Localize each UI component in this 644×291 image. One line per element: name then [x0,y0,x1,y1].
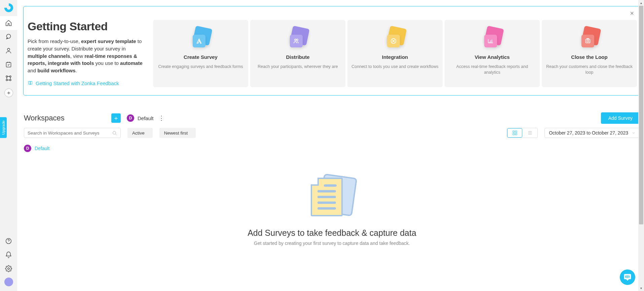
gs-card-create-survey[interactable]: Create Survey Create engaging surveys an… [153,20,248,87]
card-desc: Reach your participants, wherever they a… [254,64,342,70]
add-workspace-button[interactable]: ＋ [111,113,121,123]
list-view-button[interactable] [522,128,537,138]
svg-rect-24 [628,275,628,278]
chat-icon [623,273,632,281]
nav-conversations[interactable] [0,30,17,44]
nav-help[interactable] [0,234,17,248]
workspace-badge: D [24,145,31,152]
svg-point-10 [296,39,298,41]
getting-started-panel: ✕ Getting Started Pick from ready-to-use… [23,6,641,96]
chevron-down-icon [632,131,636,135]
add-survey-button[interactable]: Add Survey [601,112,640,124]
book-icon [28,80,33,86]
getting-started-description: Pick from ready-to-use, expert survey te… [28,38,146,74]
svg-point-1 [7,48,10,51]
gs-card-close-the-loop[interactable]: Close the Loop Reach your customers and … [542,20,637,87]
empty-illustration [309,173,355,220]
nav-workflows[interactable] [0,71,17,85]
card-title: View Analytics [448,54,536,60]
gs-card-view-analytics[interactable]: View Analytics Access real-time feedback… [445,20,540,87]
workspace-item[interactable]: D Default [24,145,49,152]
svg-point-8 [8,268,9,269]
card-icon [482,27,502,47]
empty-state: Add Surveys to take feedback & capture d… [24,173,640,246]
svg-rect-12 [585,39,590,43]
nav-home[interactable] [0,16,17,30]
card-icon [385,27,405,47]
svg-rect-23 [627,275,627,278]
view-toggle [507,128,538,138]
filter-status[interactable]: Active [127,128,153,138]
sidebar-add-button[interactable]: ＋ [4,88,13,97]
gs-card-distribute[interactable]: Distribute Reach your participants, wher… [250,20,345,87]
card-desc: Create engaging surveys and feedback for… [156,64,245,70]
nav-settings[interactable] [0,262,17,276]
svg-rect-18 [515,134,517,135]
search-icon [112,131,117,136]
nav-contacts[interactable] [0,44,17,58]
card-desc: Access real-time feedback reports and an… [448,64,536,75]
svg-rect-16 [515,131,517,133]
getting-started-title: Getting Started [28,20,146,33]
card-desc: Reach your customers and close the feedb… [545,64,634,75]
svg-point-6 [10,79,11,81]
workspaces-section: Workspaces ＋ D Default ⋮ Add Survey Acti… [23,112,641,246]
svg-point-9 [294,39,296,41]
upgrade-tab[interactable]: Upgrade [0,117,7,138]
workspace-name: Default [138,115,154,121]
intercom-launcher[interactable] [620,269,635,285]
main-content: ✕ Getting Started Pick from ready-to-use… [17,0,644,291]
svg-point-14 [113,131,116,134]
card-icon [288,27,308,47]
svg-rect-15 [513,131,515,133]
nav-tasks[interactable] [0,58,17,71]
workspace-menu-icon[interactable]: ⋮ [157,114,166,122]
card-title: Distribute [254,54,342,60]
empty-subtitle: Get started by creating your first surve… [24,241,640,246]
date-range-picker[interactable]: October 27, 2023 to October 27, 2023 [544,128,640,138]
list-icon [527,130,533,136]
workspace-badge: D [127,114,134,122]
nav-notifications[interactable] [0,248,17,262]
workspaces-title: Workspaces [24,114,65,122]
svg-point-5 [6,79,7,81]
svg-rect-17 [513,134,515,135]
card-title: Close the Loop [545,54,634,60]
svg-point-4 [10,76,11,77]
workspace-search[interactable] [24,128,121,138]
card-title: Create Survey [156,54,245,60]
grid-icon [512,130,518,136]
browser-scrollbar[interactable]: ▴ ▾ [638,0,644,291]
user-avatar[interactable] [4,278,13,286]
card-icon [191,27,211,47]
workspace-item-name: Default [35,146,49,151]
getting-started-link[interactable]: Getting Started with Zonka Feedback [28,80,119,86]
app-logo [4,3,14,13]
svg-rect-25 [629,276,630,278]
current-workspace[interactable]: D Default ⋮ [127,114,166,122]
search-input[interactable] [28,131,112,136]
svg-point-13 [587,40,589,42]
svg-rect-22 [625,276,626,278]
svg-point-3 [6,76,7,77]
card-icon [579,27,600,47]
filter-sort[interactable]: Newest first [159,128,196,138]
card-desc: Connect to tools you use and create work… [351,64,439,70]
close-icon[interactable]: ✕ [630,10,634,16]
gs-card-integration[interactable]: Integration Connect to tools you use and… [347,20,443,87]
grid-view-button[interactable] [507,128,522,138]
sidebar: ＋ [0,0,17,291]
empty-title: Add Surveys to take feedback & capture d… [24,228,640,238]
card-title: Integration [351,54,439,60]
